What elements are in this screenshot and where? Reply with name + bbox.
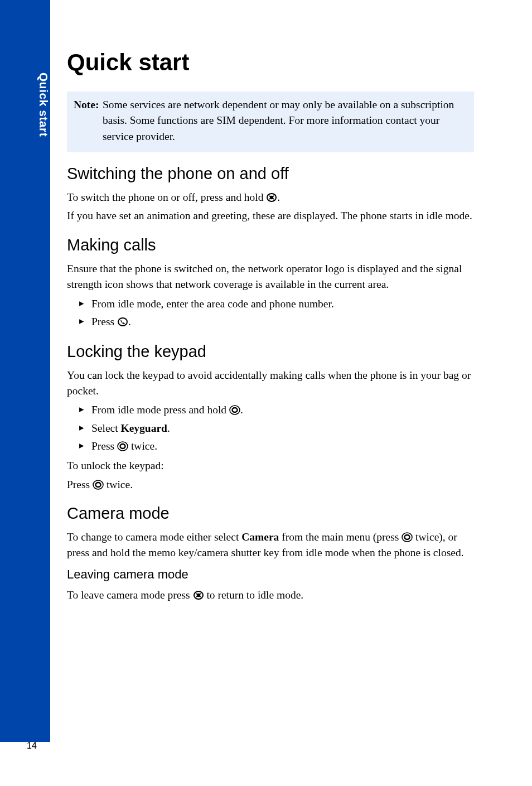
text: From idle mode, enter the area code and … [91, 298, 334, 310]
section-locking-keypad: Locking the keypad You can lock the keyp… [67, 343, 474, 492]
svg-point-11 [402, 533, 412, 542]
svg-point-6 [232, 408, 237, 412]
text: . [240, 404, 243, 416]
svg-point-12 [405, 535, 410, 539]
power-end-icon [193, 590, 204, 600]
call-icon [117, 317, 128, 327]
list-item: From idle mode, enter the area code and … [79, 296, 474, 312]
text: Select [91, 422, 121, 434]
center-key-icon [402, 532, 413, 542]
camera-label: Camera [241, 531, 279, 543]
svg-point-7 [118, 442, 128, 451]
text: to return to idle mode. [204, 589, 304, 601]
svg-point-5 [230, 406, 240, 414]
svg-point-10 [96, 483, 101, 487]
heading-switching: Switching the phone on and off [67, 165, 474, 183]
note-label: Note: [74, 99, 99, 110]
note-text: Some services are network dependent or m… [103, 99, 454, 142]
svg-point-9 [93, 480, 103, 489]
text: To switch the phone on or off, press and… [67, 191, 266, 203]
text: . [277, 191, 280, 203]
list-item: Press twice. [79, 438, 474, 455]
svg-point-15 [196, 594, 200, 597]
side-tab-label: Quick start [0, 73, 50, 137]
text: From idle mode press and hold [91, 404, 229, 416]
text: Press [91, 440, 117, 452]
list-item: From idle mode press and hold . [79, 402, 474, 418]
section-making-calls: Making calls Ensure that the phone is sw… [67, 236, 474, 330]
making-calls-p1: Ensure that the phone is switched on, th… [67, 261, 474, 292]
text: To leave camera mode press [67, 589, 193, 601]
camera-p2: To leave camera mode press to return to … [67, 587, 474, 603]
svg-point-8 [120, 444, 125, 449]
text: . [167, 422, 170, 434]
center-key-icon [229, 405, 240, 415]
switching-p1: To switch the phone on or off, press and… [67, 190, 474, 205]
svg-point-4 [119, 319, 127, 325]
keyguard-label: Keyguard [121, 422, 167, 434]
heading-locking-keypad: Locking the keypad [67, 343, 474, 361]
side-tab: Quick start [0, 0, 50, 742]
camera-p1: To change to camera mode either select C… [67, 529, 474, 560]
text: Press [91, 316, 117, 327]
list-item: Select Keyguard. [79, 420, 474, 437]
page-title: Quick start [67, 49, 474, 76]
text: twice. [104, 479, 133, 490]
center-key-icon [93, 480, 104, 490]
text: Press [67, 479, 93, 490]
locking-p2: To unlock the keypad: [67, 458, 474, 474]
list-item: Press . [79, 314, 474, 330]
center-key-icon [117, 441, 128, 451]
locking-p1: You can lock the keypad to avoid acciden… [67, 368, 474, 398]
power-end-icon [266, 192, 277, 202]
text: . [128, 316, 131, 327]
section-camera-mode: Camera mode To change to camera mode eit… [67, 504, 474, 602]
switching-p2: If you have set an animation and greetin… [67, 208, 474, 224]
text: twice. [128, 440, 157, 452]
page-content: Quick start Note: Some services are netw… [67, 49, 474, 615]
section-switching: Switching the phone on and off To switch… [67, 165, 474, 224]
heading-camera-mode: Camera mode [67, 504, 474, 523]
page-number: 14 [27, 741, 37, 751]
note-box: Note: Some services are network dependen… [67, 91, 474, 152]
locking-p3: Press twice. [67, 477, 474, 493]
text: from the main menu (press [279, 531, 402, 543]
heading-making-calls: Making calls [67, 236, 474, 254]
text: To change to camera mode either select [67, 531, 241, 543]
subheading-leaving-camera: Leaving camera mode [67, 567, 474, 582]
svg-point-2 [270, 196, 273, 199]
